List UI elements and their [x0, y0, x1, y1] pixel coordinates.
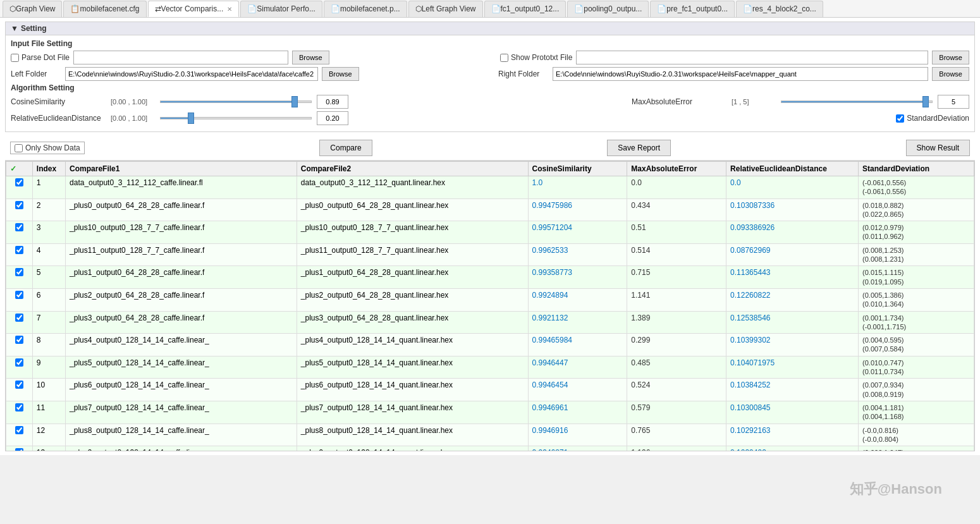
col-header-maxabs: MaxAbsoluteError — [627, 162, 726, 176]
row-maxabs: 1.389 — [627, 311, 726, 334]
main-content: ▼ Setting Input File Setting Parse Dot F… — [0, 18, 980, 455]
maxabs-value-input[interactable] — [938, 95, 969, 109]
row-checkbox[interactable] — [15, 448, 23, 451]
right-folder-input[interactable] — [553, 67, 928, 81]
row-maxabs: 0.299 — [627, 334, 726, 356]
row-check-cell[interactable] — [6, 356, 33, 379]
cosine-value-input[interactable] — [317, 95, 348, 109]
row-check-cell[interactable] — [6, 401, 33, 423]
row-compare-file1: _plus0_output0_64_28_28_caffe.linear.f — [66, 198, 297, 221]
maxabs-slider-thumb[interactable] — [922, 96, 929, 107]
table-row: 1data_output0_3_112_112_caffe.linear.fld… — [6, 176, 974, 199]
stddev-checkbox[interactable] — [896, 114, 904, 123]
tab-simulator-perf[interactable]: 📄 Simulator Perfo... — [240, 1, 322, 17]
row-checkbox[interactable] — [15, 314, 23, 322]
parse-dot-checkbox-label[interactable]: Parse Dot File — [11, 53, 70, 62]
row-compare-file1: _plus7_output0_128_14_14_caffe.linear_ — [66, 401, 297, 423]
row-stddev: (0.007,0.934) (0.008,0.919) — [859, 379, 974, 401]
left-folder-input[interactable] — [65, 67, 318, 81]
releuclid-value-input[interactable] — [317, 111, 348, 125]
row-check-cell[interactable] — [6, 243, 33, 266]
prototxt-checkbox[interactable] — [500, 54, 508, 62]
table-row: 5_plus1_output0_64_28_28_caffe.linear.f_… — [6, 266, 974, 289]
releuclid-slider-thumb[interactable] — [188, 113, 194, 124]
row-releuclid: 0.12538546 — [726, 311, 859, 334]
row-checkbox[interactable] — [15, 381, 23, 389]
row-check-cell[interactable] — [6, 446, 33, 451]
prototxt-browse-button[interactable]: Browse — [932, 51, 969, 64]
maxabs-slider-track — [781, 101, 933, 103]
row-cosine: 0.99475986 — [528, 198, 627, 221]
row-checkbox[interactable] — [15, 403, 23, 411]
table-row: 4_plus11_output0_128_7_7_caffe.linear.f_… — [6, 243, 974, 266]
only-show-data-checkbox[interactable] — [15, 144, 23, 152]
cfg-icon: 📋 — [70, 4, 80, 13]
row-checkbox[interactable] — [15, 268, 23, 276]
only-show-data-label[interactable]: Only Show Data — [10, 142, 85, 154]
row-index: 1 — [32, 176, 65, 199]
tab-res4-block2[interactable]: 📄 res_4_block2_co... — [736, 1, 823, 17]
row-stddev: (0.000,1.947) (0.002,1.934) — [859, 446, 974, 451]
row-checkbox[interactable] — [15, 246, 23, 254]
input-file-label: Input File Setting — [11, 39, 969, 48]
row-maxabs: 0.0 — [627, 176, 726, 199]
row-checkbox[interactable] — [15, 358, 23, 367]
cosine-slider-fill — [161, 101, 295, 102]
row-maxabs: 0.434 — [627, 198, 726, 221]
prototxt-checkbox-label[interactable]: Show Prototxt File — [500, 53, 572, 62]
tab-vector-comparison[interactable]: ⇄ Vector Comparis... ✕ — [148, 1, 240, 17]
cosine-slider-thumb[interactable] — [291, 96, 298, 107]
row-stddev: (0.010,0.747) (0.011,0.734) — [859, 356, 974, 379]
right-folder-browse-button[interactable]: Browse — [932, 67, 969, 81]
row-maxabs: 0.485 — [627, 356, 726, 379]
check-all-icon: ✓ — [10, 164, 16, 173]
row-checkbox[interactable] — [15, 223, 23, 231]
tab-close-icon[interactable]: ✕ — [227, 6, 232, 13]
prototxt-input[interactable] — [576, 51, 928, 64]
fc1-icon: 📄 — [491, 4, 501, 13]
table-row: 10_plus6_output0_128_14_14_caffe.linear_… — [6, 379, 974, 401]
tab-mobilefacenet-cfg[interactable]: 📋 mobilefacenet.cfg — [63, 1, 146, 17]
stddev-checkbox-label[interactable]: StandardDeviation — [896, 114, 969, 123]
setting-body: Input File Setting Parse Dot File Browse… — [6, 35, 974, 131]
parse-dot-browse-button[interactable]: Browse — [292, 51, 329, 64]
row-check-cell[interactable] — [6, 334, 33, 356]
parse-prototxt-row: Parse Dot File Browse Show Prototxt File… — [11, 51, 969, 64]
tab-fc1-output[interactable]: 📄 fc1_output0_12... — [484, 1, 567, 17]
parse-dot-input[interactable] — [73, 51, 288, 64]
row-maxabs: 0.51 — [627, 221, 726, 244]
row-stddev: (0.004,1.181) (0.004,1.168) — [859, 401, 974, 423]
row-check-cell[interactable] — [6, 221, 33, 244]
row-checkbox[interactable] — [15, 201, 23, 209]
row-cosine: 0.9921132 — [528, 311, 627, 334]
row-index: 7 — [32, 311, 65, 334]
tab-pre-fc1-output[interactable]: 📄 pre_fc1_output0... — [650, 1, 735, 17]
tab-mobilefacenet-p[interactable]: 📄 mobilefacenet.p... — [324, 1, 407, 17]
tab-left-graph-view[interactable]: ⬡ Left Graph View — [408, 1, 483, 17]
save-report-button[interactable]: Save Report — [607, 140, 671, 156]
show-result-button[interactable]: Show Result — [906, 140, 970, 156]
row-checkbox[interactable] — [15, 178, 23, 186]
row-check-cell[interactable] — [6, 423, 33, 446]
row-cosine: 1.0 — [528, 176, 627, 199]
row-compare-file1: _plus5_output0_128_14_14_caffe.linear_ — [66, 356, 297, 379]
table-row: 11_plus7_output0_128_14_14_caffe.linear_… — [6, 401, 974, 423]
tab-graph-view[interactable]: ⬡ Graph View — [3, 1, 62, 17]
col-header-compare1: CompareFile1 — [66, 162, 297, 176]
compare-button[interactable]: Compare — [319, 140, 372, 156]
parse-dot-checkbox[interactable] — [11, 54, 19, 62]
releuclid-slider-fill — [161, 118, 191, 119]
row-checkbox[interactable] — [15, 336, 23, 344]
row-checkbox[interactable] — [15, 291, 23, 299]
row-checkbox[interactable] — [15, 426, 23, 434]
row-check-cell[interactable] — [6, 266, 33, 289]
row-check-cell[interactable] — [6, 176, 33, 199]
row-check-cell[interactable] — [6, 288, 33, 311]
left-folder-browse-button[interactable]: Browse — [322, 67, 359, 81]
tab-pooling-output[interactable]: 📄 pooling0_outpu... — [567, 1, 649, 17]
row-check-cell[interactable] — [6, 379, 33, 401]
row-check-cell[interactable] — [6, 311, 33, 334]
row-index: 13 — [32, 446, 65, 451]
row-compare-file2: _plus11_output0_128_7_7_quant.linear.hex — [297, 243, 528, 266]
row-check-cell[interactable] — [6, 198, 33, 221]
